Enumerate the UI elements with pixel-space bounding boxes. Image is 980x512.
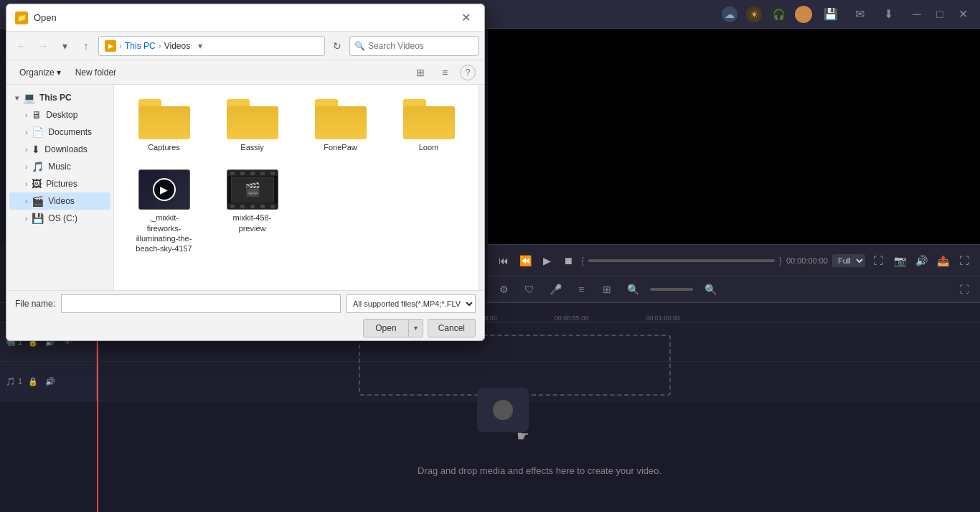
save-icon[interactable]: 💾: [821, 4, 841, 24]
minimize-button[interactable]: ─: [907, 4, 927, 24]
zoom-in-icon[interactable]: 🔍: [702, 281, 719, 298]
fit-button[interactable]: ⛶: [956, 252, 973, 269]
file-item-eassiy[interactable]: Eassiy: [211, 93, 293, 158]
open-dropdown-button[interactable]: ▾: [409, 319, 423, 338]
breadcrumb-sep-1: ›: [119, 41, 122, 51]
search-input[interactable]: [368, 41, 476, 51]
crop-icon[interactable]: ⊞: [598, 281, 616, 298]
osc-icon: 💾: [32, 213, 44, 224]
maximize-button[interactable]: □: [930, 4, 950, 24]
folder-icon-fonepaw: [315, 99, 367, 139]
breadcrumb-dropdown-button[interactable]: ▾: [193, 39, 207, 53]
filename-input[interactable]: [61, 294, 341, 313]
filetype-select[interactable]: All supported files(*.MP4;*.FLV;: [347, 294, 476, 313]
folder-body-loom: [403, 106, 455, 139]
cancel-button[interactable]: Cancel: [428, 319, 476, 338]
view-toggle-button[interactable]: ⊞: [411, 63, 430, 82]
thumb-bg: ▶: [139, 170, 189, 209]
breadcrumb-bar: ▶ › This PC › Videos ▾: [98, 36, 325, 56]
file-item-loom[interactable]: Loom: [387, 93, 470, 158]
settings-icon[interactable]: ⚙: [495, 281, 512, 298]
fullscreen2-icon[interactable]: ⛶: [956, 281, 973, 298]
headphone-icon[interactable]: 🎧: [771, 6, 786, 22]
export-button[interactable]: 📤: [934, 252, 951, 269]
file-item-mixkit-458[interactable]: 🎬 mixkit-458-preview: [211, 164, 293, 259]
nav-back-button[interactable]: ←: [12, 37, 31, 55]
refresh-button[interactable]: ↻: [328, 37, 347, 55]
sidebar: ▾ 💻 This PC › 🖥 Desktop › 📄 Documents › …: [6, 85, 114, 290]
sidebar-item-videos[interactable]: › 🎬 Videos: [9, 192, 110, 210]
sun-icon[interactable]: ☀: [746, 6, 762, 22]
file-item-fonepaw[interactable]: FonePaw: [299, 93, 382, 158]
organize-label: Organize: [19, 68, 55, 78]
zoom-out-icon[interactable]: 🔍: [624, 281, 641, 298]
help-button[interactable]: ?: [460, 65, 476, 80]
sidebar-item-documents[interactable]: › 📄 Documents: [9, 124, 110, 141]
file-area[interactable]: Captures Eassiy: [114, 85, 479, 290]
nav-dropdown-button[interactable]: ▾: [55, 37, 74, 55]
view-details-button[interactable]: ≡: [435, 63, 454, 82]
sidebar-item-desktop[interactable]: › 🖥 Desktop: [9, 106, 110, 124]
sidebar-item-pictures[interactable]: › 🖼 Pictures: [9, 175, 110, 192]
organize-button[interactable]: Organize ▾: [15, 65, 65, 80]
transport-slider[interactable]: [588, 259, 774, 262]
downloads-icon: ⬇: [32, 144, 40, 155]
shield-icon[interactable]: 🛡: [521, 281, 538, 298]
avatar-icon: [795, 6, 812, 23]
download-icon[interactable]: ⬇: [878, 4, 898, 24]
file-item-mixkit-fireworks[interactable]: ▶ ._mixkit-fireworks-illuminating-the-be…: [123, 164, 205, 259]
music-chevron: ›: [25, 163, 27, 171]
breadcrumb-videos[interactable]: Videos: [164, 41, 190, 51]
fullscreen-button[interactable]: ⛶: [870, 252, 887, 269]
open-dialog: 📁 Open ✕ ← → ▾ ↑ ▶ › This PC › Videos ▾ …: [6, 4, 485, 341]
ruler-label-6: 00:00:55:00: [555, 315, 589, 322]
zoom-control: [650, 288, 693, 291]
step-back-button[interactable]: ⏮: [495, 252, 512, 269]
sidebar-item-music[interactable]: › 🎵 Music: [9, 158, 110, 175]
sidebar-item-downloads[interactable]: › ⬇ Downloads: [9, 141, 110, 158]
desktop-icon: 🖥: [32, 109, 42, 121]
audio-button[interactable]: 🔊: [913, 252, 930, 269]
filmstrip-bottom: [227, 203, 278, 209]
nav-forward-button[interactable]: →: [34, 37, 52, 55]
quality-select[interactable]: Full1/21/4: [832, 254, 865, 267]
music-label: Music: [48, 162, 70, 172]
file-area-scrollbar[interactable]: [479, 85, 484, 290]
file-name-mixkit-fireworks: ._mixkit-fireworks-illuminating-the-beac…: [136, 213, 193, 253]
app-close-button[interactable]: ✕: [953, 4, 973, 24]
breadcrumb-sep-2: ›: [159, 41, 161, 51]
play-back-button[interactable]: ⏪: [517, 252, 534, 269]
dialog-close-button[interactable]: ✕: [456, 8, 476, 28]
dialog-titlebar: 📁 Open ✕: [6, 4, 484, 32]
play-circle-icon: ▶: [153, 178, 176, 201]
stop-button[interactable]: ⏹: [560, 252, 577, 269]
bottom-row-buttons: Open ▾ Cancel: [15, 319, 476, 338]
new-folder-button[interactable]: New folder: [71, 65, 121, 80]
folder-icon-eassiy: [227, 99, 278, 139]
file-name-loom: Loom: [419, 142, 439, 152]
file-item-captures[interactable]: Captures: [123, 93, 205, 158]
edit-toolbar: ⚙ 🛡 🎤 ≡ ⊞ 🔍 🔍 ⛶: [488, 276, 980, 302]
zoom-slider[interactable]: [650, 288, 693, 291]
play-button[interactable]: ▶: [538, 252, 555, 269]
snapshot-button[interactable]: 📷: [891, 252, 908, 269]
list-icon[interactable]: ≡: [573, 281, 590, 298]
sidebar-item-this-pc[interactable]: ▾ 💻 This PC: [9, 89, 110, 106]
nav-up-button[interactable]: ↑: [77, 37, 95, 55]
documents-label: Documents: [48, 127, 92, 137]
folder-body-eassiy: [227, 106, 278, 139]
sidebar-item-os-c[interactable]: › 💾 OS (C:): [9, 210, 110, 227]
mic-icon[interactable]: 🎤: [547, 281, 564, 298]
audio-lock-button[interactable]: 🔒: [27, 375, 39, 388]
folder-body: [138, 106, 190, 139]
dialog-title-icon: 📁: [15, 11, 28, 24]
audio-volume-button[interactable]: 🔊: [44, 375, 57, 388]
dialog-overlay: 📁 Open ✕ ← → ▾ ↑ ▶ › This PC › Videos ▾ …: [0, 0, 488, 345]
open-button[interactable]: Open: [363, 319, 408, 338]
filmstrip-bg: 🎬: [227, 170, 278, 209]
search-icon: 🔍: [354, 41, 365, 51]
mail-icon[interactable]: ✉: [849, 4, 870, 24]
cloud-icon[interactable]: ☁: [722, 6, 738, 22]
breadcrumb-this-pc[interactable]: This PC: [125, 41, 156, 51]
dialog-navbar: ← → ▾ ↑ ▶ › This PC › Videos ▾ ↻ 🔍: [6, 32, 484, 60]
